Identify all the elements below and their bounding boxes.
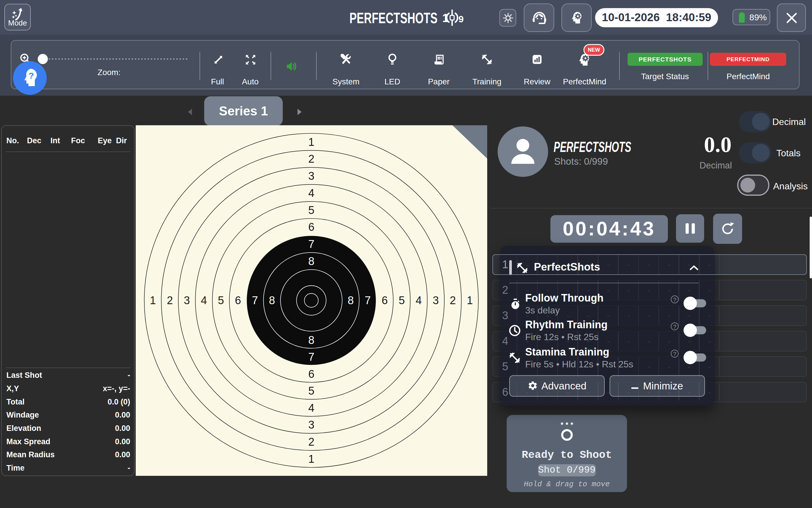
svg-text:5: 5 [308, 204, 314, 216]
svg-text:6: 6 [382, 294, 388, 306]
svg-text:4: 4 [308, 187, 314, 199]
svg-text:6: 6 [235, 294, 241, 306]
svg-text:2: 2 [308, 153, 314, 165]
svg-text:8: 8 [348, 294, 354, 306]
svg-text:5: 5 [218, 294, 224, 306]
svg-text:8: 8 [308, 334, 314, 346]
svg-text:3: 3 [433, 294, 439, 306]
svg-text:3: 3 [184, 294, 190, 306]
svg-text:7: 7 [308, 238, 314, 250]
svg-text:7: 7 [252, 294, 258, 306]
svg-text:2: 2 [308, 436, 314, 448]
svg-text:5: 5 [399, 294, 405, 306]
svg-text:1: 1 [149, 294, 156, 306]
svg-text:?: ? [29, 71, 34, 80]
svg-text:1: 1 [467, 294, 473, 306]
svg-text:4: 4 [416, 294, 422, 306]
svg-text:6: 6 [308, 221, 314, 233]
svg-text:9: 9 [459, 14, 464, 24]
svg-text:7: 7 [365, 294, 371, 306]
svg-text:8: 8 [269, 294, 275, 306]
svg-text:1: 1 [308, 136, 314, 148]
svg-text:5: 5 [308, 385, 314, 397]
svg-text:3: 3 [308, 170, 314, 182]
svg-text:7: 7 [308, 351, 314, 363]
svg-text:2: 2 [450, 294, 456, 306]
svg-text:1: 1 [308, 453, 314, 465]
svg-text:3: 3 [308, 419, 314, 431]
svg-text:4: 4 [308, 402, 314, 414]
svg-text:8: 8 [308, 255, 314, 267]
svg-text:2: 2 [167, 294, 173, 306]
svg-text:4: 4 [201, 294, 207, 306]
svg-text:6: 6 [308, 368, 314, 380]
